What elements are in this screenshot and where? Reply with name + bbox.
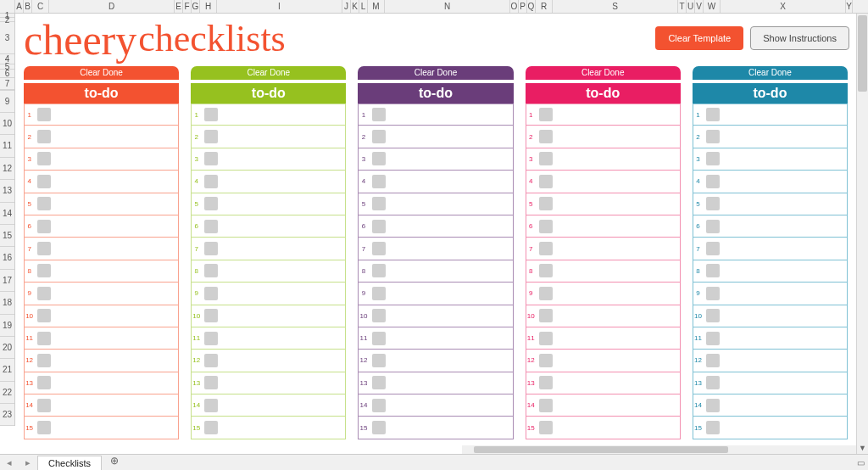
- task-checkbox[interactable]: [37, 108, 51, 121]
- task-checkbox[interactable]: [539, 242, 553, 255]
- task-checkbox[interactable]: [372, 287, 386, 300]
- task-input[interactable]: [221, 215, 345, 237]
- task-input[interactable]: [54, 394, 178, 416]
- task-checkbox[interactable]: [539, 421, 553, 434]
- task-input[interactable]: [221, 350, 345, 371]
- task-checkbox[interactable]: [539, 197, 553, 210]
- task-input[interactable]: [221, 238, 345, 259]
- task-checkbox[interactable]: [372, 152, 386, 165]
- task-input[interactable]: [54, 260, 178, 282]
- task-checkbox[interactable]: [706, 332, 720, 345]
- vertical-scrollbar[interactable]: ▼: [856, 14, 868, 454]
- task-input[interactable]: [723, 283, 847, 304]
- task-input[interactable]: [723, 104, 847, 125]
- task-checkbox[interactable]: [706, 108, 720, 121]
- task-checkbox[interactable]: [706, 130, 720, 143]
- task-checkbox[interactable]: [539, 220, 553, 233]
- task-input[interactable]: [54, 372, 178, 394]
- task-input[interactable]: [389, 394, 513, 416]
- task-input[interactable]: [556, 126, 680, 147]
- row-header-cell[interactable]: 7: [0, 78, 14, 90]
- task-input[interactable]: [556, 260, 680, 282]
- col-header-cell[interactable]: M: [368, 0, 385, 13]
- task-checkbox[interactable]: [372, 399, 386, 412]
- task-input[interactable]: [389, 238, 513, 259]
- task-input[interactable]: [221, 372, 345, 394]
- task-checkbox[interactable]: [372, 130, 386, 143]
- task-checkbox[interactable]: [204, 399, 218, 412]
- task-checkbox[interactable]: [37, 287, 51, 300]
- row-header-cell[interactable]: 16: [0, 247, 14, 269]
- col-header-cell[interactable]: X: [721, 0, 846, 13]
- col-header-cell[interactable]: D: [49, 0, 175, 13]
- col-header-cell[interactable]: O: [510, 0, 519, 13]
- col-header-cell[interactable]: G: [192, 0, 200, 13]
- tab-checklists[interactable]: Checklists: [37, 456, 102, 470]
- horizontal-scrollbar[interactable]: [462, 445, 856, 454]
- task-checkbox[interactable]: [204, 130, 218, 143]
- col-header-cell[interactable]: U: [687, 0, 695, 13]
- vscroll-thumb[interactable]: [858, 15, 867, 92]
- task-input[interactable]: [221, 283, 345, 304]
- row-header-cell[interactable]: 18: [0, 292, 14, 314]
- task-input[interactable]: [221, 126, 345, 147]
- task-checkbox[interactable]: [204, 220, 218, 233]
- task-input[interactable]: [723, 260, 847, 282]
- task-input[interactable]: [556, 350, 680, 371]
- task-input[interactable]: [723, 193, 847, 215]
- col-header-cell[interactable]: J: [342, 0, 351, 13]
- task-checkbox[interactable]: [539, 108, 553, 121]
- task-input[interactable]: [723, 394, 847, 416]
- task-input[interactable]: [389, 260, 513, 282]
- row-header-cell[interactable]: 3: [0, 22, 14, 54]
- task-input[interactable]: [389, 305, 513, 327]
- col-header-cell[interactable]: H: [200, 0, 217, 13]
- task-input[interactable]: [556, 394, 680, 416]
- col-header-cell[interactable]: Y: [846, 0, 853, 13]
- vscroll-down-icon[interactable]: ▼: [857, 442, 868, 454]
- col-header-cell[interactable]: V: [695, 0, 704, 13]
- clear-done-button[interactable]: Clear Done: [693, 66, 848, 80]
- task-checkbox[interactable]: [37, 399, 51, 412]
- task-input[interactable]: [389, 193, 513, 215]
- row-header-cell[interactable]: 15: [0, 225, 14, 247]
- task-checkbox[interactable]: [539, 399, 553, 412]
- task-checkbox[interactable]: [37, 376, 51, 389]
- task-input[interactable]: [54, 305, 178, 327]
- task-checkbox[interactable]: [539, 152, 553, 165]
- task-input[interactable]: [54, 171, 178, 192]
- task-checkbox[interactable]: [706, 175, 720, 188]
- task-input[interactable]: [221, 193, 345, 215]
- task-input[interactable]: [389, 372, 513, 394]
- task-checkbox[interactable]: [372, 220, 386, 233]
- task-checkbox[interactable]: [539, 175, 553, 188]
- task-input[interactable]: [723, 417, 847, 438]
- task-input[interactable]: [556, 104, 680, 125]
- task-input[interactable]: [556, 148, 680, 170]
- task-input[interactable]: [221, 417, 345, 438]
- task-input[interactable]: [389, 126, 513, 147]
- task-checkbox[interactable]: [204, 332, 218, 345]
- task-checkbox[interactable]: [706, 309, 720, 322]
- task-checkbox[interactable]: [372, 242, 386, 255]
- task-checkbox[interactable]: [372, 354, 386, 367]
- row-header-cell[interactable]: 14: [0, 203, 14, 225]
- task-input[interactable]: [54, 417, 178, 438]
- task-input[interactable]: [723, 215, 847, 237]
- tab-add-button[interactable]: ⊕: [107, 455, 122, 470]
- tab-prev-icon[interactable]: ◂: [0, 457, 19, 468]
- tab-next-icon[interactable]: ▸: [19, 457, 37, 468]
- task-checkbox[interactable]: [706, 399, 720, 412]
- task-checkbox[interactable]: [37, 421, 51, 434]
- task-input[interactable]: [723, 305, 847, 327]
- row-header-cell[interactable]: 12: [0, 158, 14, 180]
- row-header-cell[interactable]: 6: [0, 70, 14, 78]
- task-checkbox[interactable]: [706, 354, 720, 367]
- task-input[interactable]: [389, 417, 513, 438]
- task-checkbox[interactable]: [372, 108, 386, 121]
- col-header-cell[interactable]: C: [32, 0, 49, 13]
- task-checkbox[interactable]: [706, 152, 720, 165]
- task-checkbox[interactable]: [706, 376, 720, 389]
- clear-done-button[interactable]: Clear Done: [191, 66, 346, 80]
- task-input[interactable]: [54, 238, 178, 259]
